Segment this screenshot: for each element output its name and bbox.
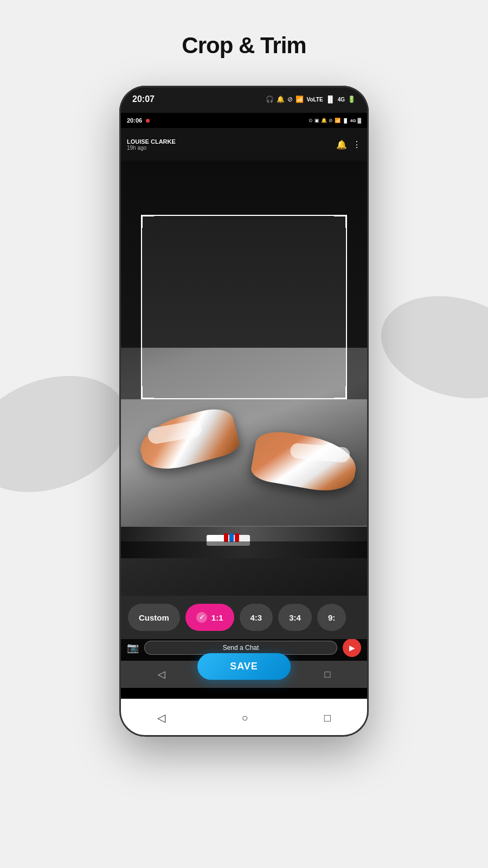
- checkmark-icon: ✓: [196, 612, 207, 623]
- inner-bell-icon: 🔔: [321, 118, 327, 123]
- custom-label: Custom: [139, 613, 169, 622]
- crop-corner-topleft[interactable]: [141, 215, 154, 228]
- crop-ratio-1-1[interactable]: ✓ 1:1: [185, 604, 234, 631]
- crop-corner-bottomright[interactable]: [334, 386, 347, 399]
- ratio-3-4-label: 3:4: [289, 613, 301, 622]
- post-header: LOUISE CLARKE 19h ago 🔔 ⋮: [119, 128, 369, 161]
- post-actions: 🔔 ⋮: [336, 139, 361, 150]
- save-button-area: SAVE: [197, 653, 291, 680]
- post-user-info: LOUISE CLARKE 19h ago: [127, 138, 176, 151]
- inner-signal-icon: ▐▌: [342, 118, 348, 123]
- ratio-4-3-label: 4:3: [251, 613, 262, 622]
- post-time: 19h ago: [127, 145, 176, 151]
- crop-ratio-4-3[interactable]: 4:3: [240, 604, 273, 631]
- bmw-logo: [224, 533, 239, 542]
- notification-bell-icon[interactable]: 🔔: [336, 139, 347, 150]
- ratio-1-1-label: 1:1: [211, 613, 223, 622]
- inner-4g-icon: 4G: [350, 118, 356, 123]
- ratio-9-16-label: 9:: [328, 613, 335, 622]
- inner-battery-icon: ▓: [357, 118, 361, 123]
- outer-status-time: 20:07: [132, 94, 155, 104]
- inner-status-bar: 20:06 ⊙ ▣ 🔔 ⊘ 📶 ▐▌ 4G ▓: [119, 113, 369, 128]
- phone-screen: 20:06 ⊙ ▣ 🔔 ⊘ 📶 ▐▌ 4G ▓ LOUISE CLARKE 19…: [119, 113, 369, 737]
- headset-icon: 🎧: [266, 95, 274, 103]
- play-icon: ▶: [349, 643, 355, 652]
- bottom-back-icon[interactable]: ◁: [157, 711, 165, 724]
- crop-ratio-3-4[interactable]: 3:4: [278, 604, 312, 631]
- recording-dot: [146, 119, 150, 123]
- inner-status-time: 20:06: [127, 117, 142, 124]
- crop-options-bar: Custom ✓ 1:1 4:3 3:4 9:: [119, 596, 369, 639]
- outer-status-icons: 🎧 🔔 ⊘ 📶 VoLTE ▐▌ 4G 🔋: [266, 95, 356, 103]
- inner-wifi-icon: 📶: [335, 118, 341, 123]
- more-options-icon[interactable]: ⋮: [352, 139, 361, 150]
- save-button[interactable]: SAVE: [197, 653, 291, 680]
- inner-back-nav-icon[interactable]: ◁: [158, 668, 165, 680]
- bmw-blue-stripe: [229, 533, 234, 542]
- crop-corner-topright[interactable]: [334, 215, 347, 228]
- bottom-home-icon[interactable]: ○: [241, 712, 248, 724]
- inner-recent-nav-icon[interactable]: □: [324, 669, 330, 680]
- crop-ratio-custom[interactable]: Custom: [128, 604, 180, 631]
- signal-icon: ▐▌: [326, 95, 335, 103]
- crop-dark-left: [119, 215, 141, 399]
- crop-box[interactable]: [141, 215, 347, 399]
- 4g-icon: 4G: [338, 97, 345, 103]
- crop-dark-right: [347, 215, 369, 399]
- page-title: Crop & Trim: [182, 33, 306, 59]
- bottom-nav-white: ◁ ○ □: [119, 699, 369, 737]
- camera-icon[interactable]: 📷: [127, 642, 139, 654]
- bell-icon: 🔔: [277, 95, 285, 103]
- battery-icon: 🔋: [348, 95, 356, 103]
- video-area: [119, 128, 369, 661]
- block-icon: ⊘: [287, 95, 293, 103]
- inner-block-icon: ⊘: [329, 118, 333, 123]
- inner-cast-icon: ⊙: [309, 118, 313, 123]
- phone-frame: 20:07 🎧 🔔 ⊘ 📶 VoLTE ▐▌ 4G 🔋 20:06 ⊙ ▣ 🔔 …: [119, 86, 369, 737]
- bmw-red-stripe-2: [235, 533, 239, 542]
- bmw-red-stripe: [224, 533, 228, 542]
- inner-status-icons: ⊙ ▣ 🔔 ⊘ 📶 ▐▌ 4G ▓: [309, 118, 361, 123]
- inner-screen-icon: ▣: [314, 118, 319, 123]
- play-button[interactable]: ▶: [343, 639, 361, 657]
- bg-decoration-right: [369, 280, 488, 414]
- wifi-icon: 📶: [296, 95, 304, 103]
- volte-icon: VoLTE: [306, 97, 323, 103]
- bottom-recent-icon[interactable]: □: [324, 712, 331, 724]
- post-username: LOUISE CLARKE: [127, 138, 176, 145]
- crop-ratio-9-16[interactable]: 9:: [317, 604, 346, 631]
- crop-corner-bottomleft[interactable]: [141, 386, 154, 399]
- outer-status-bar: 20:07 🎧 🔔 ⊘ 📶 VoLTE ▐▌ 4G 🔋: [119, 86, 369, 113]
